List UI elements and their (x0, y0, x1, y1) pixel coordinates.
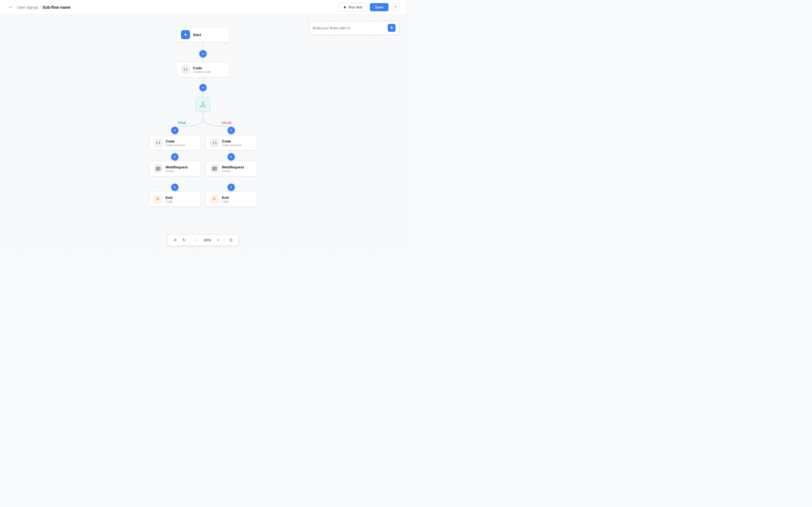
left-code-text: Code Code prehook (165, 139, 185, 147)
flow-inner: Start + Code Custom code + (104, 23, 302, 253)
header: ← User signup / Sub-flow name Run test S… (0, 0, 406, 15)
header-left: ← User signup / Sub-flow name (7, 3, 70, 11)
true-label: TRUE (177, 121, 186, 124)
left-end-subtitle: Logic (165, 200, 173, 203)
right-webrequest-icon (210, 164, 219, 173)
add-node-btn-right-1[interactable]: + (227, 127, 235, 134)
right-code-node[interactable]: Code Code prehook (205, 135, 257, 151)
flow-container: Start + Code Custom code + (0, 15, 406, 253)
webrequest-icon-right (212, 166, 217, 171)
branch-icon (199, 101, 207, 108)
flow-canvas: Start + Code Custom code + (0, 15, 406, 253)
start-node-text: Start (193, 33, 201, 37)
left-code-title: Code (165, 139, 185, 144)
svg-marker-0 (344, 6, 347, 9)
breadcrumb: User signup / Sub-flow name (17, 5, 70, 10)
left-code-node[interactable]: Code Code prehook (149, 135, 201, 151)
code-top-icon (181, 65, 190, 74)
end-flag-icon-right (212, 197, 217, 202)
save-button[interactable]: Save (370, 3, 389, 11)
right-end-subtitle: Logic (222, 200, 229, 203)
right-webrequest-node[interactable]: WebRequest Hooks (205, 161, 257, 176)
run-test-label: Run test (349, 5, 362, 9)
left-end-title: End (165, 195, 173, 200)
left-webrequest-title: WebRequest (165, 165, 188, 169)
run-test-button[interactable]: Run test (339, 3, 367, 11)
toolbar-separator-1 (190, 238, 191, 242)
end-flag-icon-left (156, 197, 160, 202)
add-node-btn-right-3[interactable]: + (227, 184, 235, 191)
left-webrequest-node[interactable]: WebRequest Hooks (149, 161, 201, 176)
code-top-title: Code (193, 66, 211, 70)
breadcrumb-separator: / (40, 5, 41, 10)
right-code-text: Code Code prehook (222, 139, 241, 147)
toolbar-separator-2 (224, 238, 225, 242)
code-top-subtitle: Custom code (193, 70, 211, 73)
add-node-btn-left-2[interactable]: + (171, 153, 179, 161)
breadcrumb-parent[interactable]: User signup (17, 5, 38, 10)
false-label: FALSE (221, 121, 232, 124)
back-button[interactable]: ← (7, 3, 15, 11)
right-webrequest-text: WebRequest Hooks (222, 165, 244, 173)
breadcrumb-current: Sub-flow name (43, 5, 71, 10)
start-node[interactable]: Start (176, 27, 230, 42)
right-code-subtitle: Code prehook (222, 144, 241, 147)
webrequest-icon-left (156, 166, 160, 171)
bottom-toolbar: ↺ ↻ − 80% + ⊡ (167, 234, 239, 245)
code-brackets-icon (183, 67, 188, 72)
add-node-btn-right-2[interactable]: + (227, 153, 235, 161)
right-end-text: End Logic (222, 195, 229, 203)
zoom-level: 80% (202, 238, 213, 242)
left-code-icon (154, 138, 163, 147)
left-webrequest-icon (154, 164, 163, 173)
lightning-icon (183, 33, 188, 37)
right-webrequest-title: WebRequest (222, 165, 244, 169)
play-icon (343, 6, 347, 9)
right-webrequest-subtitle: Hooks (222, 169, 244, 173)
code-brackets-icon-right (212, 140, 217, 145)
start-node-title: Start (193, 33, 201, 37)
code-top-node-text: Code Custom code (193, 66, 211, 73)
add-node-btn-left-1[interactable]: + (171, 127, 179, 134)
svg-point-17 (204, 106, 206, 107)
left-end-icon (154, 194, 163, 204)
code-brackets-icon-left (156, 140, 160, 145)
fit-view-button[interactable]: ⊡ (227, 237, 234, 243)
right-end-title: End (222, 195, 229, 200)
add-node-btn-left-3[interactable]: + (171, 184, 179, 191)
add-node-btn-2[interactable]: + (199, 84, 207, 91)
start-icon (181, 30, 190, 39)
left-end-text: End Logic (165, 195, 173, 203)
branch-node[interactable] (195, 97, 211, 112)
left-end-node[interactable]: End Logic (149, 191, 201, 207)
redo-button[interactable]: ↻ (181, 237, 188, 243)
left-webrequest-subtitle: Hooks (165, 169, 188, 173)
header-right: Run test Save ? (339, 3, 399, 11)
zoom-in-button[interactable]: + (215, 237, 221, 243)
code-top-node[interactable]: Code Custom code (176, 62, 230, 77)
zoom-out-button[interactable]: − (193, 237, 200, 243)
right-end-icon (210, 194, 219, 204)
right-code-title: Code (222, 139, 241, 144)
connectors-svg (104, 23, 302, 253)
left-code-subtitle: Code prehook (165, 144, 185, 147)
add-node-btn-1[interactable]: + (199, 50, 207, 57)
right-code-icon (210, 138, 219, 147)
help-button[interactable]: ? (391, 3, 399, 11)
left-webrequest-text: WebRequest Hooks (165, 165, 188, 173)
svg-point-16 (200, 106, 202, 107)
right-end-node[interactable]: End Logic (205, 191, 257, 207)
svg-point-18 (202, 101, 204, 103)
undo-button[interactable]: ↺ (172, 237, 179, 243)
